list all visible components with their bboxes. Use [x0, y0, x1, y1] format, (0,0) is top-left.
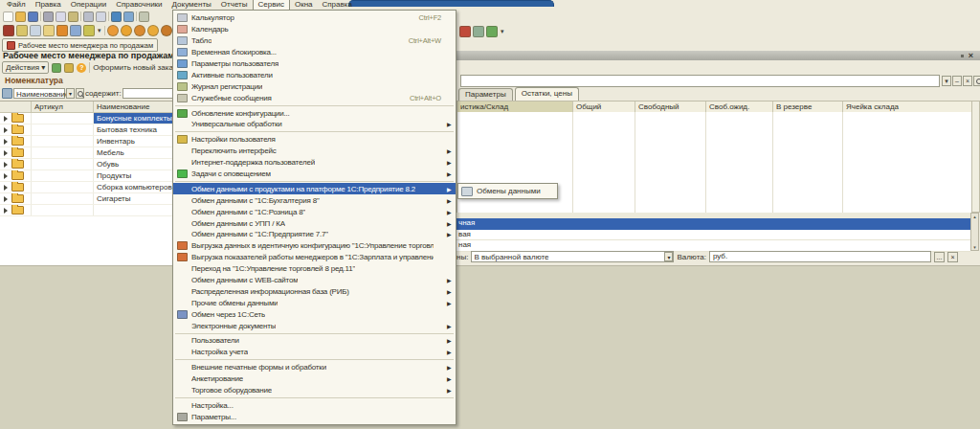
- price-type-row[interactable]: вая: [457, 230, 970, 241]
- expand-icon[interactable]: [4, 208, 8, 214]
- menubar-item[interactable]: Справка: [318, 0, 357, 10]
- expand-icon[interactable]: [4, 127, 8, 133]
- price-list-icon[interactable]: [43, 25, 55, 36]
- more-caret-icon[interactable]: ▾: [97, 25, 102, 36]
- copy-icon[interactable]: [56, 11, 66, 22]
- service-menu-item[interactable]: Переход на "1С:Управление торговлей 8 ре…: [173, 263, 456, 275]
- service-menu-item[interactable]: Календарь ▶: [173, 24, 456, 35]
- submenu-item-data-exchanges[interactable]: Обмены данными: [477, 187, 541, 195]
- scroll-down-icon[interactable]: ▾: [973, 244, 976, 250]
- forward-icon[interactable]: [123, 11, 134, 22]
- filter-search-button[interactable]: [76, 88, 84, 99]
- name-cell[interactable]: Сигареты: [94, 193, 178, 204]
- menubar-item[interactable]: Окна: [290, 0, 318, 10]
- service-menu-item[interactable]: Параметры пользователя ▶: [173, 58, 456, 70]
- paste-icon[interactable]: [68, 11, 78, 22]
- filter-criteria-icon[interactable]: [2, 88, 12, 99]
- name-cell[interactable]: Бонусные комплекты: [94, 113, 178, 124]
- task-coin-1-icon[interactable]: [107, 25, 119, 36]
- menubar-item[interactable]: Правка: [31, 0, 66, 10]
- name-cell[interactable]: [94, 205, 178, 215]
- service-menu-item[interactable]: Универсальные обработки ▶: [173, 119, 456, 130]
- stock-table-scroll-gutter[interactable]: [971, 101, 980, 213]
- documents-icon[interactable]: [30, 25, 41, 36]
- item-search-input[interactable]: [460, 75, 940, 87]
- name-cell[interactable]: Сборка компьютеров: [94, 182, 178, 192]
- price-mode-combo[interactable]: В выбранной валюте ▾: [471, 251, 674, 262]
- tree-column-header[interactable]: Артикул: [32, 102, 94, 112]
- service-menu-item[interactable]: Обмен данными с "1С:Бухгалтерия 8" ▶: [173, 194, 456, 206]
- task-coin-2-icon[interactable]: [121, 25, 132, 36]
- expand-icon[interactable]: [4, 116, 8, 122]
- print-preview-icon[interactable]: [96, 11, 106, 22]
- back-icon[interactable]: [111, 11, 122, 22]
- menubar-item[interactable]: Справочники: [111, 0, 167, 10]
- reports-icon[interactable]: [3, 25, 14, 36]
- task-coin-4-icon[interactable]: [147, 25, 159, 36]
- help-icon[interactable]: ?: [77, 63, 86, 73]
- close-panel-button[interactable]: ×: [969, 52, 973, 59]
- currency-field[interactable]: руб.: [709, 251, 931, 262]
- service-menu-item[interactable]: Интернет-поддержка пользователей ▶: [173, 157, 456, 169]
- edit-icon[interactable]: [83, 25, 95, 36]
- menubar-item[interactable]: Документы: [167, 0, 216, 10]
- copy-order-icon[interactable]: [64, 63, 74, 73]
- service-menu-item[interactable]: Обмен данными с "1С:Предприятие 7.7" ▶: [173, 229, 456, 240]
- cut-icon[interactable]: [43, 11, 54, 22]
- nomenclature-row[interactable]: Сборка компьютеров: [0, 182, 178, 193]
- expand-icon[interactable]: [4, 162, 8, 168]
- name-cell[interactable]: Продукты: [94, 170, 178, 181]
- filter-field-combo[interactable]: Наименование: [13, 88, 65, 99]
- nomenclature-row[interactable]: Сигареты: [0, 193, 178, 205]
- service-menu-item[interactable]: Обмен через 1С:Сеть ▶: [173, 308, 456, 320]
- service-menu-item[interactable]: Распределенная информационная база (РИБ)…: [173, 285, 456, 297]
- task-coin-3-icon[interactable]: [134, 25, 145, 36]
- name-cell[interactable]: Мебель: [94, 147, 178, 158]
- nomenclature-row[interactable]: Бонусные комплекты: [0, 113, 178, 124]
- service-menu-item[interactable]: Табло Ctrl+Alt+W ▶: [173, 35, 456, 47]
- find-icon[interactable]: [139, 11, 149, 22]
- menubar-item[interactable]: Сервис: [253, 0, 290, 10]
- counterparties-icon[interactable]: [56, 25, 68, 36]
- expand-icon[interactable]: [4, 173, 8, 179]
- tree-column-header[interactable]: Наименование: [94, 102, 176, 112]
- expand-icon[interactable]: [4, 139, 8, 145]
- service-menu-item[interactable]: Временная блокировка... ▶: [173, 47, 456, 58]
- panel-options-icon[interactable]: [961, 55, 964, 57]
- price-list-scrollbar[interactable]: ▴ ▾: [970, 213, 979, 251]
- service-menu-item[interactable]: Настройка... ▶: [173, 400, 456, 412]
- service-menu-item[interactable]: Прочие обмены данными ▶: [173, 297, 456, 308]
- service-menu-item[interactable]: Параметры... ▶: [173, 411, 456, 422]
- expand-icon[interactable]: [4, 150, 8, 156]
- service-menu-item[interactable]: Обмен данными с УПП / КА ▶: [173, 217, 456, 229]
- service-menu-item[interactable]: Калькулятор Ctrl+F2 ▶: [173, 12, 456, 24]
- collapse-button[interactable]: –: [952, 76, 962, 86]
- service-menu-item[interactable]: Журнал регистрации ▶: [173, 80, 456, 92]
- service-menu-item[interactable]: Служебные сообщения Ctrl+Alt+O ▶: [173, 92, 456, 103]
- expand-icon[interactable]: [4, 196, 8, 202]
- new-document-icon[interactable]: [3, 11, 13, 22]
- service-menu-item[interactable]: Внешние печатные формы и обработки ▶: [173, 362, 456, 373]
- service-menu-item[interactable]: Активные пользователи ▶: [173, 69, 456, 80]
- table-icon[interactable]: [70, 25, 81, 36]
- exchange-run-icon[interactable]: [486, 26, 498, 37]
- save-icon[interactable]: [28, 11, 38, 22]
- service-menu-item[interactable]: Торговое оборудование ▶: [173, 385, 456, 396]
- name-cell[interactable]: Обувь: [94, 159, 178, 169]
- print-icon[interactable]: [83, 11, 94, 22]
- dropdown-button[interactable]: ▾: [942, 76, 951, 86]
- actions-menu-button[interactable]: Действия ▾: [2, 61, 49, 74]
- service-menu-item[interactable]: Анкетирование ▶: [173, 373, 456, 385]
- filter-field-caret-icon[interactable]: ▾: [66, 88, 75, 99]
- service-menu-item[interactable]: Переключить интерфейс ▶: [173, 146, 456, 157]
- exchange-table-icon[interactable]: [473, 26, 484, 37]
- currency-select-button[interactable]: ...: [934, 252, 945, 262]
- nomenclature-row[interactable]: [0, 205, 178, 216]
- menubar-item[interactable]: Отчеты: [216, 0, 253, 10]
- nomenclature-row[interactable]: Мебель: [0, 147, 178, 159]
- exchange-more-caret-icon[interactable]: ▾: [500, 26, 505, 37]
- service-menu-item[interactable]: Пользователи ▶: [173, 335, 456, 347]
- nomenclature-row[interactable]: Продукты: [0, 170, 178, 182]
- print-forms-icon[interactable]: [16, 25, 28, 36]
- service-menu-item[interactable]: Обмен данными с продуктами на платформе …: [173, 183, 456, 194]
